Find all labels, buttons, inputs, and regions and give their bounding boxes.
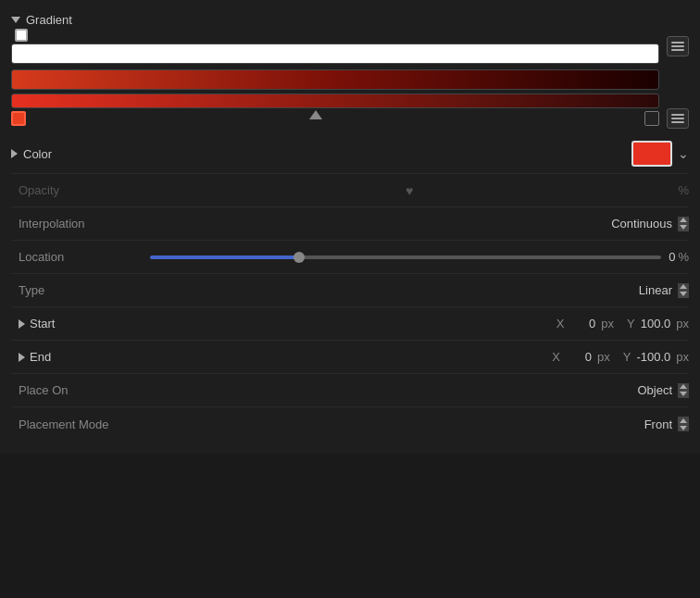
end-x-value: 0 <box>566 350 592 364</box>
side-buttons-top <box>667 36 689 108</box>
end-label: End <box>30 350 51 364</box>
end-y-value: -100.0 <box>636 350 670 364</box>
start-row: Start X 0 px Y 100.0 px <box>11 307 689 341</box>
end-y-label: Y <box>616 350 631 364</box>
place-on-stepper[interactable] <box>678 383 689 398</box>
placement-mode-value: Front <box>644 417 672 431</box>
heart-icon: ♥ <box>406 183 413 198</box>
location-slider-thumb[interactable] <box>294 252 305 263</box>
type-row: Type Linear <box>11 274 689 307</box>
start-x-value: 0 <box>569 317 595 330</box>
interpolation-up[interactable] <box>678 217 689 224</box>
end-x-label: X <box>552 350 560 364</box>
stop-center[interactable] <box>309 110 322 119</box>
placement-mode-up[interactable] <box>678 417 689 424</box>
interpolation-label: Interpolation <box>11 217 141 230</box>
start-x-unit: px <box>601 317 614 330</box>
end-xy: X 0 px Y -100.0 px <box>141 350 689 364</box>
color-expand-icon[interactable] <box>11 149 18 158</box>
place-on-row: Place On Object <box>11 374 689 407</box>
opacity-unit: % <box>678 183 689 197</box>
start-label-group: Start <box>11 317 141 330</box>
section-title: Gradient <box>11 13 689 27</box>
placement-mode-label: Placement Mode <box>11 417 141 431</box>
interpolation-down[interactable] <box>678 224 689 231</box>
gradient-bar-red <box>11 69 659 90</box>
stop-right[interactable] <box>644 111 659 126</box>
location-unit: % <box>678 250 689 264</box>
layers-icon <box>670 40 685 53</box>
stop-marker-white[interactable] <box>15 29 28 42</box>
start-xy: X 0 px Y 100.0 px <box>141 317 689 330</box>
placement-mode-value-group: Front <box>141 417 689 431</box>
color-swatch[interactable] <box>631 141 672 167</box>
type-down[interactable] <box>678 291 689 298</box>
layers2-icon <box>670 112 685 125</box>
opacity-row: Opacity ♥ % <box>11 174 689 207</box>
type-up[interactable] <box>678 283 689 291</box>
type-value-group: Linear <box>141 283 689 298</box>
opacity-label: Opacity <box>11 183 141 197</box>
collapse-icon[interactable] <box>11 17 20 23</box>
place-on-down[interactable] <box>678 391 689 398</box>
start-y-label: Y <box>619 317 635 330</box>
start-x-label: X <box>556 317 565 330</box>
interpolation-value: Continuous <box>611 217 672 230</box>
remove-stop-button[interactable] <box>667 108 689 129</box>
gradient-bar-white <box>11 44 659 64</box>
interpolation-row: Interpolation Continuous <box>11 207 689 241</box>
location-label: Location <box>11 250 141 264</box>
location-slider-track[interactable] <box>150 255 661 259</box>
color-row: Color ⌄ <box>11 134 689 174</box>
place-on-value-group: Object <box>141 383 689 398</box>
placement-mode-down[interactable] <box>678 424 689 431</box>
end-y-unit: px <box>676 350 689 364</box>
place-on-label: Place On <box>11 383 141 397</box>
color-chevron[interactable]: ⌄ <box>678 146 689 161</box>
placement-mode-stepper[interactable] <box>678 417 689 431</box>
start-label: Start <box>30 317 55 330</box>
end-expand-icon[interactable] <box>19 353 25 362</box>
gradient-bar-red-thin <box>11 93 659 108</box>
end-row: End X 0 px Y -100.0 px <box>11 341 689 374</box>
interpolation-value-group: Continuous <box>141 217 689 231</box>
end-label-group: End <box>11 350 141 364</box>
place-on-value: Object <box>637 383 672 397</box>
placement-mode-row: Placement Mode Front <box>11 407 689 441</box>
start-expand-icon[interactable] <box>19 319 25 329</box>
place-on-up[interactable] <box>678 383 689 391</box>
type-stepper[interactable] <box>678 283 689 298</box>
interpolation-stepper[interactable] <box>678 217 689 231</box>
start-y-unit: px <box>676 317 689 330</box>
location-value: 0 <box>669 250 675 264</box>
section-title-label: Gradient <box>26 13 72 27</box>
end-x-unit: px <box>597 350 610 364</box>
type-label: Type <box>11 283 141 297</box>
stop-left[interactable] <box>11 111 26 126</box>
start-y-value: 100.0 <box>641 317 671 330</box>
location-slider-container <box>141 255 661 259</box>
gradient-panel: Gradient <box>0 0 700 454</box>
color-label-group: Color <box>11 147 141 161</box>
add-stop-button[interactable] <box>667 36 689 56</box>
side-buttons-bottom <box>667 108 689 129</box>
type-value: Linear <box>639 283 672 297</box>
location-row: Location 0 % <box>11 241 689 274</box>
color-label: Color <box>23 147 52 161</box>
